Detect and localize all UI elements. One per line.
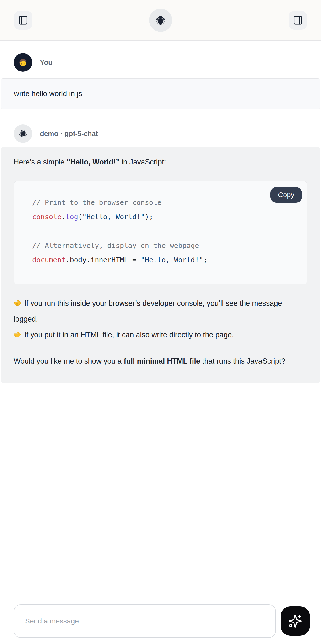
pointing-right-emoji	[13, 330, 22, 339]
assistant-sender-label: demo · gpt-5-chat	[40, 130, 98, 138]
user-avatar	[13, 53, 32, 72]
message-input[interactable]	[13, 604, 276, 638]
pointing-right-emoji	[13, 298, 22, 307]
pointer-paragraph: If you run this inside your browser’s de…	[13, 296, 308, 327]
code-line: console.log("Hello, World!");	[32, 210, 298, 224]
send-button[interactable]	[281, 606, 310, 636]
starburst-logo-icon	[155, 15, 166, 26]
assistant-intro-paragraph: Here’s a simple “Hello, World!” in JavaS…	[13, 157, 308, 167]
intro-text-after: in JavaScript:	[119, 158, 166, 166]
code-block: Copy // Print to the browser consolecons…	[13, 181, 308, 284]
closing-text-bold: full minimal HTML file	[124, 357, 200, 365]
starburst-avatar-icon	[18, 129, 28, 138]
intro-text-bold: “Hello, World!”	[67, 158, 120, 166]
header-bar	[0, 0, 321, 41]
user-sender-row: You	[0, 53, 321, 72]
assistant-avatar	[13, 124, 32, 143]
user-message-bubble: write hello world in js	[1, 78, 320, 109]
panel-left-icon	[18, 15, 28, 25]
assistant-message-block: Here’s a simple “Hello, World!” in JavaS…	[1, 147, 320, 383]
pointer-paragraph-text: If you put it in an HTML file, it can al…	[22, 330, 234, 339]
sidebar-toggle-button[interactable]	[14, 11, 32, 30]
assistant-sender-row: demo · gpt-5-chat	[0, 124, 321, 143]
user-sender-label: You	[40, 58, 52, 66]
code-line: // Alternatively, display on the webpage	[32, 238, 298, 253]
closing-text-after: that runs this JavaScript?	[200, 357, 286, 365]
intro-text-before: Here’s a simple	[13, 158, 67, 166]
pointer-paragraph: If you put it in an HTML file, it can al…	[13, 327, 308, 343]
assistant-closing-paragraph: Would you like me to show you a full min…	[13, 353, 308, 369]
composer-bar	[0, 598, 321, 644]
pointer-paragraphs: If you run this inside your browser’s de…	[13, 296, 308, 343]
code-line: // Print to the browser console	[32, 195, 298, 210]
model-logo-button[interactable]	[149, 8, 172, 32]
pointer-paragraph-text: If you run this inside your browser’s de…	[13, 299, 282, 323]
user-message-text: write hello world in js	[14, 90, 82, 98]
panel-toggle-button[interactable]	[289, 11, 307, 30]
closing-text-before: Would you like me to show you a	[13, 357, 124, 365]
copy-button[interactable]: Copy	[270, 187, 302, 203]
code-line: document.body.innerHTML = "Hello, World!…	[32, 253, 298, 267]
code-lines: // Print to the browser consoleconsole.l…	[32, 195, 298, 267]
sparkles-icon	[288, 614, 302, 628]
code-line	[32, 224, 298, 238]
chat-app: You write hello world in js	[0, 0, 321, 644]
panel-right-icon	[293, 15, 303, 25]
person-emoji-icon	[17, 57, 28, 68]
